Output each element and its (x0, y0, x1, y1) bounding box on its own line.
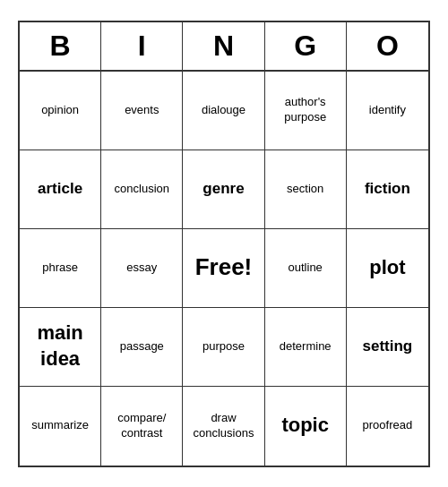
bingo-cell: plot (347, 229, 428, 308)
header-letter: O (347, 22, 428, 70)
bingo-header: BINGO (20, 22, 428, 72)
bingo-cell: outline (265, 229, 347, 308)
bingo-cell: passage (101, 308, 183, 387)
header-letter: I (101, 22, 183, 70)
bingo-cell: determine (265, 308, 347, 387)
bingo-cell: Free! (183, 229, 264, 308)
bingo-cell: setting (347, 308, 428, 387)
bingo-cell: main idea (20, 308, 101, 387)
bingo-cell: proofread (347, 387, 428, 466)
bingo-cell: purpose (183, 308, 264, 387)
header-letter: G (265, 22, 347, 70)
bingo-cell: conclusion (101, 150, 183, 229)
bingo-cell: summarize (20, 387, 101, 466)
header-letter: B (20, 22, 101, 70)
bingo-grid: opinioneventsdialougeauthor's purposeide… (20, 72, 428, 466)
bingo-cell: section (265, 150, 347, 229)
bingo-cell: opinion (20, 72, 101, 150)
bingo-cell: phrase (20, 229, 101, 308)
bingo-cell: genre (183, 150, 264, 229)
bingo-cell: author's purpose (265, 72, 347, 150)
bingo-cell: draw conclusions (183, 387, 264, 466)
bingo-cell: dialouge (183, 72, 264, 150)
bingo-cell: compare/ contrast (101, 387, 183, 466)
bingo-cell: events (101, 72, 183, 150)
bingo-card: BINGO opinioneventsdialougeauthor's purp… (18, 21, 430, 467)
bingo-cell: topic (265, 387, 347, 466)
bingo-cell: article (20, 150, 101, 229)
bingo-cell: essay (101, 229, 183, 308)
bingo-cell: identify (347, 72, 428, 150)
header-letter: N (183, 22, 264, 70)
bingo-cell: fiction (347, 150, 428, 229)
